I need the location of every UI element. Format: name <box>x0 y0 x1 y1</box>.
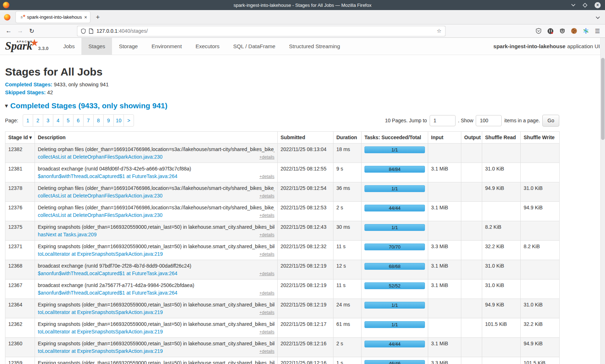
details-toggle-link[interactable]: +details <box>259 291 274 296</box>
stage-detail-link[interactable]: toLocalIterator at ExpireSnapshotsSparkA… <box>38 348 163 354</box>
shuffle-read-cell: 32.2 KiB <box>482 241 521 260</box>
col-header-shuffle-read[interactable]: Shuffle Read <box>482 132 521 144</box>
page-button-8[interactable]: 8 <box>93 114 104 127</box>
privacy-badger-icon[interactable] <box>547 28 554 34</box>
go-button[interactable]: Go <box>542 115 559 127</box>
description-text: Expiring snapshots (older_than=166932055… <box>38 360 274 364</box>
page-info-icon[interactable] <box>89 28 93 34</box>
skipped-stages-link[interactable]: Skipped Stages: <box>5 90 46 95</box>
stage-detail-link[interactable]: collectAsList at DeleteOrphanFilesSparkA… <box>38 212 162 218</box>
scrollbar-track[interactable] <box>600 38 605 364</box>
ublock-icon[interactable] <box>560 28 565 34</box>
cookie-icon[interactable] <box>571 28 577 34</box>
shuffle-write-cell <box>521 221 560 241</box>
page-button-3[interactable]: 3 <box>43 114 53 127</box>
col-header-stage-id[interactable]: Stage Id ▾ <box>5 132 35 144</box>
tab-list-chevron-icon[interactable] <box>596 14 600 21</box>
pages-info-before: 10 Pages. Jump to <box>385 118 427 123</box>
tasks-cell: 1/1 <box>362 299 428 318</box>
details-toggle-link[interactable]: +details <box>259 155 274 160</box>
col-header-shuffle-write[interactable]: Shuffle Write <box>521 132 560 144</box>
tracking-shield-icon[interactable] <box>81 28 86 34</box>
details-toggle-link[interactable]: +details <box>259 232 274 237</box>
stage-detail-link[interactable]: $anonfun$withThreadLocalCaptured$1 at Fu… <box>38 173 178 179</box>
table-row-stage-12375: 12375Expiring snapshots (older_than=1669… <box>5 221 560 241</box>
stage-detail-link[interactable]: toLocalIterator at ExpireSnapshotsSparkA… <box>38 329 163 335</box>
col-header-submitted[interactable]: Submitted <box>278 132 333 144</box>
submitted-cell: 2022/11/25 08:13:04 <box>278 144 333 163</box>
reload-icon[interactable]: ↻ <box>26 27 37 35</box>
stage-detail-link[interactable]: hasNext at Tasks.java:209 <box>38 232 97 237</box>
stage-id-cell: 12371 <box>5 241 35 260</box>
back-icon[interactable]: ← <box>3 27 14 35</box>
spark-logo[interactable]: APACHE Spark ★ 3.3.0 <box>0 38 52 55</box>
minimize-icon[interactable] <box>571 4 575 6</box>
forward-icon[interactable]: → <box>14 27 26 35</box>
duration-cell: 11 s <box>333 241 362 260</box>
nav-item-stages[interactable]: Stages <box>81 38 112 55</box>
page-button-10[interactable]: 10 <box>113 114 124 127</box>
page-button-5[interactable]: 5 <box>63 114 73 127</box>
stage-detail-link[interactable]: $anonfun$withThreadLocalCaptured$1 at Fu… <box>38 290 178 296</box>
col-header-duration[interactable]: Duration <box>333 132 362 144</box>
details-toggle-link[interactable]: +details <box>259 213 274 218</box>
shuffle-write-cell: 32.2 KiB <box>521 318 560 338</box>
new-tab-icon[interactable]: + <box>96 13 100 21</box>
extension-asterisk-icon[interactable] <box>583 28 589 34</box>
stage-detail-link[interactable]: $anonfun$withThreadLocalCaptured$1 at Fu… <box>38 270 178 276</box>
col-header-tasks-succeeded-total[interactable]: Tasks: Succeeded/Total <box>362 132 428 144</box>
page-button-4[interactable]: 4 <box>53 114 63 127</box>
pocket-shield-icon[interactable] <box>536 28 541 34</box>
menu-icon[interactable]: ☰ <box>595 28 600 35</box>
browser-tab[interactable]: S spark-ingest-into-lakehous × <box>16 12 90 23</box>
col-header-description[interactable]: Description <box>35 132 278 144</box>
details-toggle-link[interactable]: +details <box>259 252 274 257</box>
scrollbar-thumb[interactable] <box>601 58 605 140</box>
close-icon[interactable]: × <box>595 2 601 8</box>
nav-item-environment[interactable]: Environment <box>145 38 189 55</box>
tasks-progress-bar: 70/70 <box>364 244 425 250</box>
details-toggle-link[interactable]: +details <box>259 174 274 179</box>
details-toggle-link[interactable]: +details <box>259 349 274 354</box>
shuffle-read-cell <box>482 338 521 357</box>
details-toggle-link[interactable]: +details <box>259 310 274 315</box>
completed-stages-section-header[interactable]: ▾Completed Stages (9433, only showing 94… <box>5 101 600 110</box>
completed-stages-link[interactable]: Completed Stages: <box>5 82 52 87</box>
nav-items: JobsStagesStorageEnvironmentExecutorsSQL… <box>57 38 347 55</box>
details-toggle-link[interactable]: +details <box>259 271 274 276</box>
details-toggle-link[interactable]: +details <box>259 329 274 335</box>
nav-item-executors[interactable]: Executors <box>189 38 227 55</box>
firefox-icon[interactable] <box>4 14 10 21</box>
nav-item-sql-dataframe[interactable]: SQL / DataFrame <box>227 38 282 55</box>
stage-detail-link[interactable]: collectAsList at DeleteOrphanFilesSparkA… <box>38 193 162 199</box>
stage-detail-link[interactable]: collectAsList at DeleteOrphanFilesSparkA… <box>38 154 162 160</box>
page-button-2[interactable]: 2 <box>33 114 43 127</box>
bookmark-star-icon[interactable]: ☆ <box>437 28 442 34</box>
page-button-1[interactable]: 1 <box>23 114 33 127</box>
duration-cell: 11 s <box>333 279 362 299</box>
maximize-icon[interactable] <box>583 3 587 8</box>
completed-stages-value: 9433, only showing 941 <box>54 82 108 87</box>
description-cell: Expiring snapshots (older_than=166932055… <box>35 299 278 318</box>
nav-item-structured-streaming[interactable]: Structured Streaming <box>282 38 347 55</box>
page-button-6[interactable]: 6 <box>73 114 84 127</box>
col-header-input[interactable]: Input <box>428 132 461 144</box>
table-row-stage-12362: 12362Expiring snapshots (older_than=1669… <box>5 318 560 338</box>
page-next-button[interactable]: > <box>124 114 134 127</box>
details-toggle-link[interactable]: +details <box>259 194 274 199</box>
description-cell: Expiring snapshots (older_than=166932055… <box>35 357 278 364</box>
stage-id-cell: 12364 <box>5 299 35 318</box>
jump-to-page-input[interactable] <box>430 115 456 126</box>
tab-close-icon[interactable]: × <box>84 14 87 20</box>
page-button-7[interactable]: 7 <box>83 114 94 127</box>
nav-item-jobs[interactable]: Jobs <box>57 38 82 55</box>
col-header-output[interactable]: Output <box>461 132 482 144</box>
input-cell <box>428 221 461 241</box>
input-cell: 3.1 MiB <box>428 338 461 357</box>
nav-item-storage[interactable]: Storage <box>112 38 145 55</box>
stage-detail-link[interactable]: toLocalIterator at ExpireSnapshotsSparkA… <box>38 251 163 257</box>
url-bar[interactable]: 127.0.0.1:4040/stages/ ☆ <box>77 26 445 36</box>
page-button-9[interactable]: 9 <box>103 114 114 127</box>
stage-detail-link[interactable]: toLocalIterator at ExpireSnapshotsSparkA… <box>38 309 163 315</box>
items-per-page-input[interactable] <box>476 115 502 126</box>
